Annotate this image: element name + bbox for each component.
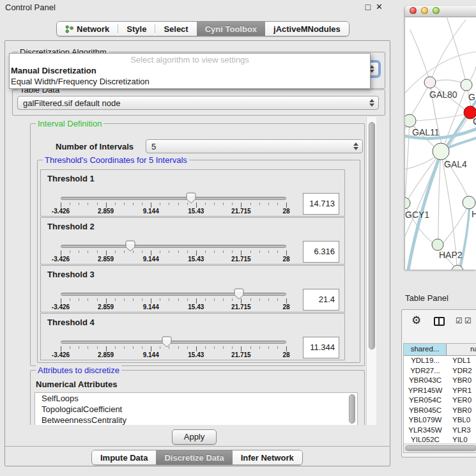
network-node[interactable] [424,77,436,88]
slider-track[interactable] [61,341,286,344]
attribute-item[interactable]: BetweennessCentrality [35,415,357,425]
table-row[interactable]: YBL079WYBL0 [404,415,476,426]
network-node-label: HAP2 [439,250,463,260]
tab-select[interactable]: Select [155,22,196,36]
settings-scrollbar[interactable] [366,117,376,425]
slider-tick-labels: -3.4262.8599.14415.4321.71528 [61,351,286,359]
combo-arrows-icon [353,142,358,150]
gear-icon[interactable]: ⚙ [411,315,421,326]
attributes-listbox[interactable]: SelfLoopsTopologicalCoefficientBetweenne… [35,392,358,425]
close-icon[interactable]: ✕ [376,2,383,12]
threshold-slider[interactable]: -3.4262.8599.14415.4321.71528 [61,266,286,313]
network-canvas[interactable]: GAL80GCGAL11GAL4GCY1HHAP2 [405,17,476,270]
checked-box-icon[interactable]: ☑ [456,316,463,325]
slider-track[interactable] [61,197,286,200]
slider-tick-labels: -3.4262.8599.14415.4321.71528 [61,256,286,263]
network-node[interactable] [433,143,449,160]
threshold-slider[interactable]: -3.4262.8599.14415.4321.71528 [61,170,286,217]
tab-jactivemnodules[interactable]: jActiveMNodules [265,22,349,36]
attribute-item[interactable]: SelfLoops [35,393,357,404]
slider-track[interactable] [61,245,286,248]
column-header-name[interactable]: na [447,344,476,355]
number-of-intervals-value: 5 [151,142,156,151]
application-window: Control Panel □ ✕ NetworkStyleSelectCyni… [0,0,476,476]
slider-track[interactable] [61,293,286,296]
algorithm-prompt: Select algorithm to view settings [10,54,370,65]
network-window-titlebar[interactable] [405,6,476,17]
network-node[interactable] [405,197,410,209]
network-node-label: C [473,116,476,127]
list-scrollbar-thumb[interactable] [349,394,355,424]
top-tab-bar: NetworkStyleSelectCyni ToolboxjActiveMNo… [56,21,349,36]
tick-label: 28 [282,256,289,263]
network-node-label: G [468,92,475,102]
group-title: Interval Definition [36,119,104,128]
tick-label: 15.43 [188,256,204,263]
tab-cyni-toolbox[interactable]: Cyni Toolbox [197,22,265,36]
threshold-value-field[interactable]: 21.4 [303,289,339,311]
table-row[interactable]: YDL19...YDL1 [404,356,476,366]
threshold-panel: Threshold 3 -3.4262.8599.14415.4321.7152… [40,265,345,312]
float-window-icon[interactable]: □ [365,2,371,12]
tab-infer-network[interactable]: Infer Network [233,450,302,464]
threshold-slider[interactable]: -3.4262.8599.14415.4321.71528 [61,314,286,361]
table-data-select[interactable]: galFiltered.sif default node [17,96,379,110]
table-row[interactable]: YBR045CYBR0 [404,406,476,416]
bottom-tab-bar: Impute DataDiscretize DataInfer Network [91,450,303,465]
tick-label: -3.426 [52,208,70,215]
slider-tick-labels: -3.4262.8599.14415.4321.71528 [61,208,286,215]
split-table-icon[interactable] [434,317,445,326]
algorithm-option[interactable]: Manual Discretization [10,65,370,76]
tab-network[interactable]: Network [57,22,118,36]
network-node[interactable] [432,239,443,250]
network-node[interactable] [463,196,475,209]
apply-button[interactable]: Apply [172,429,217,445]
control-panel-titlebar: Control Panel □ ✕ [0,0,391,15]
threshold-value-field[interactable]: 14.713 [303,193,339,215]
tab-style[interactable]: Style [118,22,155,36]
table-row[interactable]: YBR043CYBR0 [404,376,476,386]
node-table: shared... na YDL19...YDL1YDR27...YDR2YBR… [403,343,476,453]
settings-scroll-area: Interval Definition Number of Intervals … [10,117,376,425]
tick-label: 9.144 [143,256,159,263]
tab-impute-data[interactable]: Impute Data [92,450,156,464]
tick-label: -3.426 [52,351,70,358]
slider-thumb-icon[interactable] [162,336,172,348]
cell-name: YPR1 [447,386,476,396]
network-node[interactable] [405,114,416,127]
table-hscrollbar-thumb[interactable] [405,445,476,451]
threshold-slider[interactable]: -3.4262.8599.14415.4321.71528 [61,218,286,265]
slider-thumb-icon[interactable] [186,192,196,204]
threshold-value-field[interactable]: 11.344 [303,337,339,358]
threshold-panel: Threshold 1 -3.4262.8599.14415.4321.7152… [40,169,345,217]
slider-thumb-icon[interactable] [125,240,135,252]
slider-tick-labels: -3.4262.8599.14415.4321.71528 [61,303,286,311]
zoom-traffic-light-icon[interactable] [433,7,440,14]
group-title: Threshold's Coordinates for 5 Intervals [43,155,189,165]
slider-thumb-icon[interactable] [234,288,244,300]
group-title: Attributes to discretize [36,365,121,375]
table-hscrollbar[interactable] [404,443,476,452]
settings-scrollbar-thumb[interactable] [369,122,375,349]
attribute-item[interactable]: TopologicalCoefficient [35,404,357,415]
table-row[interactable]: YPR145WYPR1 [404,386,476,396]
table-row[interactable]: YLR345WYLR3 [404,426,476,436]
cell-shared-name: YBR045C [404,406,447,416]
algorithm-option[interactable]: Equal Width/Frequency Discretization [10,76,370,87]
tick-label: 2.859 [98,351,114,358]
close-traffic-light-icon[interactable] [410,7,417,14]
column-header-shared-name[interactable]: shared... [404,344,447,355]
network-node-label: GAL80 [429,89,457,100]
table-row[interactable]: YDR27...YDR2 [404,366,476,376]
cell-name: YBR0 [447,376,476,386]
table-row[interactable]: YER054CYER0 [404,395,476,406]
checked-box-icon[interactable]: ☑ [464,316,472,325]
panel-title: Control Panel [5,3,56,12]
number-of-intervals-select[interactable]: 5 [146,139,363,153]
threshold-value-field[interactable]: 6.316 [303,241,339,263]
minimize-traffic-light-icon[interactable] [421,7,428,14]
tab-discretize-data[interactable]: Discretize Data [156,450,232,464]
table-row[interactable]: YIL052CYIL0 [404,435,476,443]
network-node[interactable] [461,79,472,91]
cell-shared-name: YPR145W [404,386,447,396]
